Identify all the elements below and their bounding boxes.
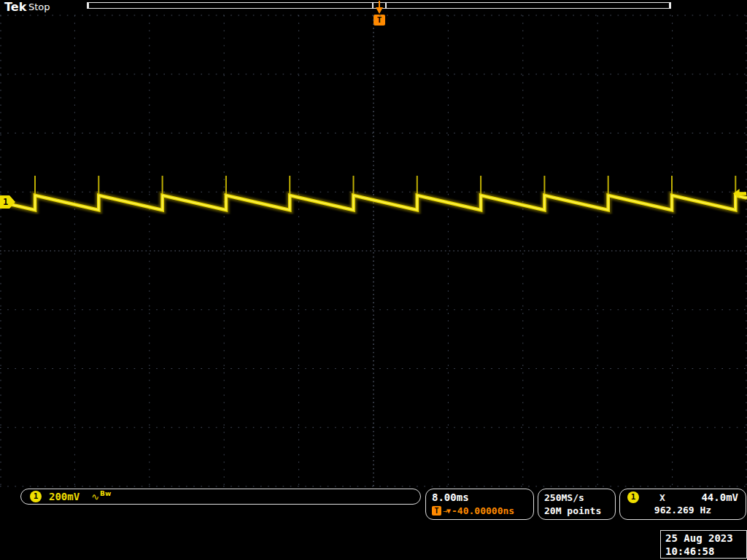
trigger-position-readout: T →▼ -40.00000ns <box>432 505 527 516</box>
channel-scale: 200mV <box>49 491 80 502</box>
acquisition-status: Stop <box>28 1 50 12</box>
record-length-value: 20M points <box>544 505 609 518</box>
trigger-slope-icon: X <box>659 492 665 503</box>
graticule-grid <box>0 15 747 486</box>
trigger-position-marker: T <box>374 1 385 27</box>
oscilloscope-screen: Tek Stop T 1 1 200mV ∿ Bw 8.00m <box>0 0 747 560</box>
time-value: 10:46:58 <box>665 545 742 558</box>
channel-readout: 1 200mV ∿ Bw <box>20 489 421 505</box>
trigger-frequency-value: 962.269 Hz <box>627 505 738 516</box>
record-window-tick-right <box>385 3 387 8</box>
sample-rate-value: 250MS/s <box>544 491 609 505</box>
trigger-readout: 1 X 44.0mV 962.269 Hz <box>619 489 746 520</box>
trigger-arrow-icon <box>376 7 383 14</box>
channel-badge: 1 <box>30 491 42 502</box>
bandwidth-limit-icon: Bw <box>100 490 111 497</box>
ch1-waveform <box>0 176 747 210</box>
coupling-icon: ∿ <box>91 491 99 502</box>
trigger-level-arrow-icon <box>733 189 746 198</box>
trigger-t-badge: T <box>432 506 441 516</box>
trigger-position-arrows-icon: →▼ <box>443 507 450 515</box>
trigger-flag: T <box>374 15 385 26</box>
trigger-level-value: 44.0mV <box>701 491 738 503</box>
timebase-value: 8.00ms <box>432 491 527 503</box>
channel-1-position-marker: 1 <box>0 195 15 209</box>
trigger-source-line: 1 X 44.0mV <box>627 491 738 503</box>
horizontal-readout: 8.00ms T →▼ -40.00000ns <box>425 489 534 520</box>
tek-logo: Tek <box>4 0 26 14</box>
trigger-source-badge: 1 <box>627 491 639 503</box>
datetime-box: 25 Aug 2023 10:46:58 <box>660 530 747 559</box>
date-value: 25 Aug 2023 <box>665 532 742 545</box>
graticule-and-waveform <box>0 0 747 560</box>
trigger-position-value: -40.00000ns <box>452 505 514 516</box>
acquisition-readout: 250MS/s 20M points <box>538 489 616 520</box>
